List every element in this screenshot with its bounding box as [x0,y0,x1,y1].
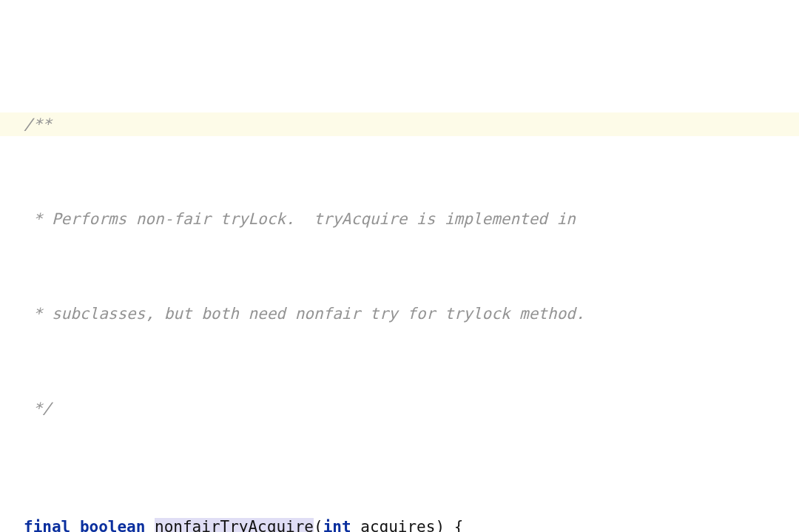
code-line: */ [24,397,799,420]
keyword-final: final [24,518,70,532]
javadoc-comment: * Performs non-fair tryLock. tryAcquire … [24,210,576,228]
paren-close-brace: ) { [435,518,463,532]
code-line: * Performs non-fair tryLock. tryAcquire … [24,207,799,231]
code-line: * subclasses, but both need nonfair try … [24,302,799,326]
method-name[interactable]: nonfairTryAcquire [155,518,314,532]
keyword-int: int [323,518,351,532]
code-line: /** [24,112,799,136]
javadoc-comment: /** [24,115,52,133]
code-editor[interactable]: /** * Performs non-fair tryLock. tryAcqu… [0,0,799,532]
paren-open: ( [314,518,323,532]
method-signature-line: final boolean nonfairTryAcquire(int acqu… [24,515,799,532]
javadoc-comment: */ [24,400,52,417]
javadoc-comment: * subclasses, but both need nonfair try … [24,305,585,323]
parameter-name: acquires [360,518,435,532]
keyword-boolean: boolean [80,518,146,532]
